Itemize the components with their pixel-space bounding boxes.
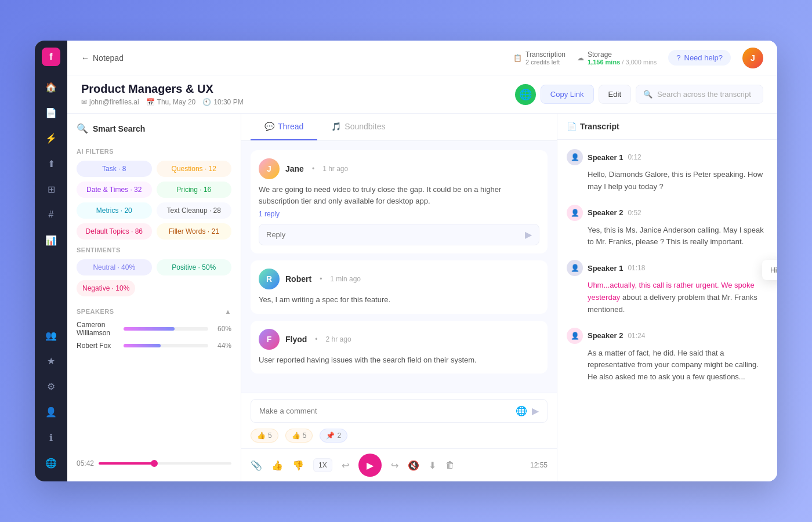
speaker-ts-1: 0:12 — [628, 153, 641, 161]
speaker-bar-1 — [124, 327, 175, 331]
nav-hash[interactable]: # — [39, 203, 63, 226]
speaker-ts-2: 0:52 — [628, 209, 641, 217]
speaker-row-t1: 👤 Speaker 1 0:12 — [567, 149, 768, 165]
send-reply-icon[interactable]: ▶ — [525, 229, 532, 240]
need-help-label: Need help? — [684, 53, 723, 62]
reaction-emoji-2: 👍 — [292, 432, 300, 440]
time-value: 10:30 PM — [213, 98, 243, 106]
nav-layers[interactable]: ⊞ — [39, 177, 63, 201]
speakers-label: SPEAKERS — [77, 308, 114, 315]
header-row1: ← Notepad 📋 Transcription 2 credits left… — [67, 41, 777, 75]
email-meta: ✉ john@fireflies.ai — [81, 98, 139, 106]
nav-people[interactable]: 👥 — [39, 324, 63, 347]
left-nav: f 🏠 📄 ⚡ ⬆ ⊞ # 📊 👥 ★ ⚙ 👤 ℹ 🌐 — [35, 41, 67, 481]
end-time: 12:55 — [530, 461, 548, 469]
transcript-entry-1: 👤 Speaker 1 0:12 Hello, Diamonds Galore,… — [567, 149, 768, 193]
reaction-2[interactable]: 👍 5 — [285, 429, 313, 443]
reaction-emoji-3: 📌 — [326, 432, 335, 440]
download-ctrl[interactable]: ⬇ — [429, 460, 436, 471]
filter-default-topics[interactable]: Default Topics · 86 — [77, 223, 152, 240]
filter-text-cleanup[interactable]: Text Cleanup · 28 — [157, 202, 232, 219]
comment-header-jane: J Jane • 1 hr ago — [259, 158, 539, 179]
reaction-1[interactable]: 👍 5 — [251, 429, 278, 443]
transcript-text-2: Yes, this is Ms. Janice Anderson calling… — [588, 224, 768, 249]
tooltip-popup: Highlighted segment — [762, 260, 777, 280]
nav-add-user[interactable]: 👤 — [39, 400, 63, 423]
sentiment-negative[interactable]: Negative · 10% — [77, 280, 135, 296]
current-time: 05:42 — [77, 459, 94, 467]
nav-chart[interactable]: 📊 — [39, 229, 63, 252]
back-label: Notepad — [93, 53, 124, 63]
page-title: Product Managers & UX — [81, 82, 515, 96]
collapse-icon[interactable]: ▲ — [225, 308, 231, 315]
bookmark-ctrl[interactable]: 📎 — [251, 460, 262, 471]
sentiment-neutral[interactable]: Neutral · 40% — [77, 259, 152, 276]
need-help-button[interactable]: ? Need help? — [668, 50, 731, 66]
speakers-header: SPEAKERS ▲ — [77, 308, 231, 315]
sentiment-negative-wrap: Negative · 10% — [77, 280, 231, 296]
nav-info[interactable]: ℹ — [39, 426, 63, 449]
avatar-flyod: F — [259, 329, 280, 350]
header-row2: Product Managers & UX ✉ john@fireflies.a… — [67, 75, 777, 113]
thumbsdown-ctrl[interactable]: 👎 — [292, 460, 304, 471]
transcript-entry-4: 👤 Speaker 2 01:24 As a matter of fact, h… — [567, 328, 768, 383]
tab-thread[interactable]: 💬 Thread — [251, 114, 317, 140]
filter-pricing[interactable]: Pricing · 16 — [157, 182, 232, 198]
nav-upload[interactable]: ⬆ — [39, 152, 63, 175]
filter-datetime[interactable]: Date & Times · 32 — [77, 182, 152, 198]
thumbsup-ctrl[interactable]: 👍 — [271, 460, 283, 471]
progress-fill — [99, 462, 154, 465]
speed-button[interactable]: 1X — [313, 458, 332, 472]
filter-filler-words[interactable]: Filler Words · 21 — [157, 223, 232, 240]
progress-track[interactable] — [99, 462, 231, 465]
sentiments-label: SENTIMENTS — [77, 246, 231, 253]
thread-icon: 💬 — [264, 122, 274, 131]
help-icon: ? — [676, 53, 680, 62]
thread-content: J Jane • 1 hr ago We are going to need v… — [241, 141, 557, 393]
right-panel: 📄 Transcript 👤 Speaker 1 0:12 Hello, Dia… — [557, 114, 777, 481]
transcription-icon: 📋 — [513, 54, 522, 62]
tab-soundbites[interactable]: 🎵 Soundbites — [317, 114, 399, 140]
page-meta: ✉ john@fireflies.ai 📅 Thu, May 20 🕙 10:3… — [81, 98, 515, 106]
speaker-bar-wrap-1 — [124, 327, 208, 331]
delete-ctrl[interactable]: 🗑 — [445, 460, 455, 470]
send-comment-icon[interactable]: ▶ — [532, 405, 539, 416]
nav-globe[interactable]: 🌐 — [39, 451, 63, 474]
speakers-section: SPEAKERS ▲ Cameron Williamson 60% Robert… — [77, 308, 231, 354]
nav-lightning[interactable]: ⚡ — [39, 126, 63, 150]
sentiment-positive[interactable]: Positive · 50% — [157, 259, 232, 276]
progress-row: 05:42 — [77, 459, 231, 467]
filter-metrics[interactable]: Metrics · 20 — [77, 202, 152, 219]
smart-search-header: 🔍 Smart Search — [77, 123, 231, 134]
speaker-pct-2: 44% — [213, 342, 231, 350]
reply-input[interactable] — [266, 230, 525, 239]
comment-input[interactable] — [259, 407, 516, 415]
globe-comment-icon[interactable]: 🌐 — [516, 405, 527, 416]
middle-panel: 💬 Thread 🎵 Soundbites J Jane • — [241, 114, 557, 481]
speaker-row-2: Robert Fox 44% — [77, 342, 231, 350]
forward-ctrl[interactable]: ↪ — [391, 460, 398, 471]
time-jane-val: 1 hr ago — [322, 165, 348, 173]
transcript-search[interactable]: 🔍 Search across the transcript — [636, 85, 763, 104]
thread-label: Thread — [278, 122, 303, 131]
reaction-3[interactable]: 📌 2 — [320, 429, 347, 443]
clock-icon: 🕙 — [202, 98, 211, 106]
header-right: 📋 Transcription 2 credits left ☁ Storage… — [513, 48, 763, 68]
globe-button[interactable]: 🌐 — [515, 84, 536, 105]
app-shell: f 🏠 📄 ⚡ ⬆ ⊞ # 📊 👥 ★ ⚙ 👤 ℹ 🌐 ← Notepad — [35, 41, 777, 481]
copy-link-button[interactable]: Copy Link — [541, 85, 594, 104]
speaker-label-1: Speaker 1 — [588, 153, 623, 162]
filter-questions[interactable]: Questions · 12 — [157, 161, 232, 177]
nav-settings[interactable]: ⚙ — [39, 375, 63, 398]
mute-ctrl[interactable]: 🔇 — [408, 460, 419, 471]
back-button[interactable]: ← Notepad — [81, 53, 124, 63]
nav-star[interactable]: ★ — [39, 349, 63, 372]
edit-button[interactable]: Edit — [599, 85, 631, 104]
reply-link-jane[interactable]: 1 reply — [259, 210, 539, 218]
play-button[interactable]: ▶ — [358, 454, 382, 477]
nav-home[interactable]: 🏠 — [39, 75, 63, 99]
rewind-ctrl[interactable]: ↩ — [342, 460, 349, 471]
filter-task[interactable]: Task · 8 — [77, 161, 152, 177]
nav-docs[interactable]: 📄 — [39, 101, 63, 124]
comment-robert: R Robert • 1 min ago Yes, I am writing a… — [251, 260, 548, 314]
